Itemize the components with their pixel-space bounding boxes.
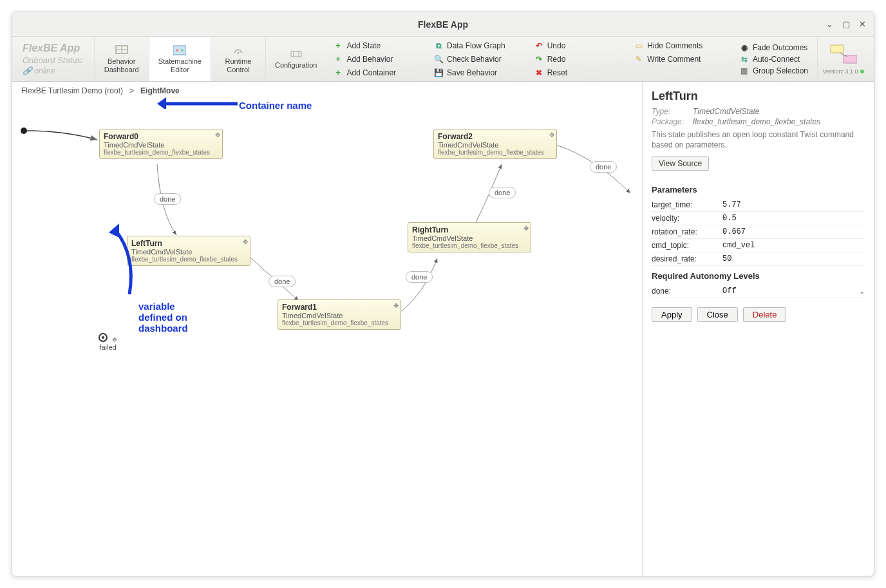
breadcrumb-root[interactable]: FlexBE Turtlesim Demo (root)	[19, 86, 126, 96]
main-area: FlexBE Turtlesim Demo (root) > EightMove	[12, 82, 874, 576]
graph-icon: ⧉	[434, 41, 443, 50]
toolbar: FlexBE App Onboard Status: 🔗 online Beha…	[12, 37, 874, 82]
move-icon[interactable]: ✥	[523, 225, 529, 232]
param-rotation-rate[interactable]: rotation_rate:0.667	[652, 225, 865, 239]
onboard-status-label: Onboard Status:	[23, 55, 84, 65]
save-icon: 💾	[434, 68, 443, 77]
param-cmd-topic[interactable]: cmd_topic:cmd_vel	[652, 239, 865, 252]
title-bar: FlexBE App ⌄ ▢ ✕	[12, 12, 874, 37]
outcome-done[interactable]: done	[269, 276, 296, 287]
param-velocity[interactable]: velocity:0.5	[652, 212, 865, 225]
outcome-done[interactable]: done	[154, 193, 181, 205]
app-window: FlexBE App ⌄ ▢ ✕ FlexBE App Onboard Stat…	[12, 12, 874, 576]
search-icon: 🔍	[434, 55, 443, 64]
tab-label: Runtime Control	[225, 57, 251, 74]
view-source-button[interactable]: View Source	[652, 156, 709, 171]
toolbar-minimap: Version: 3.1.0	[817, 37, 869, 81]
maximize-icon[interactable]: ▢	[842, 19, 850, 29]
move-icon[interactable]: ✥	[215, 131, 220, 138]
redo-button[interactable]: ↷Redo	[532, 53, 626, 65]
runtime-icon	[232, 44, 245, 55]
configuration-icon	[290, 48, 303, 59]
plus-icon: ＋	[334, 55, 343, 64]
breadcrumb-current[interactable]: EightMove	[138, 86, 182, 96]
state-forward2[interactable]: ✥ Forward2 TimedCmdVelState flexbe_turtl…	[433, 129, 557, 159]
move-icon[interactable]: ✥	[393, 302, 399, 309]
auto-connect-button[interactable]: ⇆Auto-Connect	[737, 54, 811, 64]
svg-point-6	[237, 52, 239, 53]
group-icon: ▦	[740, 66, 749, 75]
add-behavior-button[interactable]: ＋Add Behavior	[331, 53, 425, 65]
dashboard-icon	[115, 44, 128, 55]
breadcrumb: FlexBE Turtlesim Demo (root) > EightMove	[12, 82, 642, 100]
toolbar-options: ◉Fade Outcomes ⇆Auto-Connect ▦Group Sele…	[731, 37, 817, 81]
move-icon[interactable]: ✥	[243, 238, 248, 245]
panel-package: Package:flexbe_turtlesim_demo_flexbe_sta…	[652, 117, 865, 126]
tab-configuration[interactable]: Configuration	[265, 37, 326, 81]
state-forward1[interactable]: ✥ Forward1 TimedCmdVelState flexbe_turtl…	[278, 299, 401, 330]
minimize-icon[interactable]: ⌄	[826, 19, 833, 29]
reset-button[interactable]: ✖Reset	[532, 66, 626, 79]
minimap-icon	[828, 44, 859, 67]
close-icon[interactable]: ✕	[859, 19, 866, 29]
outcome-done[interactable]: done	[590, 161, 617, 173]
tab-runtime-control[interactable]: Runtime Control	[211, 37, 265, 81]
fade-outcomes-toggle[interactable]: ◉Fade Outcomes	[737, 43, 811, 53]
onboard-status-value: 🔗 online	[23, 66, 84, 75]
move-icon[interactable]: ✥	[112, 336, 117, 343]
add-state-button[interactable]: ＋Add State	[331, 39, 425, 52]
data-flow-graph-button[interactable]: ⧉Data Flow Graph	[431, 39, 525, 52]
connect-icon: ⇆	[740, 55, 749, 64]
reset-icon: ✖	[534, 68, 543, 77]
outcome-failed[interactable]: ✥ failed	[99, 333, 117, 351]
panel-buttons: Apply Close Delete	[652, 307, 865, 322]
tab-statemachine-editor[interactable]: Statemachine Editor	[149, 37, 211, 81]
properties-panel: LeftTurn Type:TimedCmdVelState Package:f…	[642, 82, 874, 576]
outcome-done[interactable]: done	[489, 187, 516, 198]
add-container-button[interactable]: ＋Add Container	[331, 66, 425, 79]
undo-button[interactable]: ↶Undo	[532, 39, 626, 52]
statemachine-icon	[173, 44, 186, 55]
failed-label: failed	[99, 343, 117, 351]
state-rightturn[interactable]: ✥ RightTurn TimedCmdVelState flexbe_turt…	[408, 222, 531, 252]
svg-point-4	[176, 49, 178, 52]
hide-comments-button[interactable]: ▭Hide Comments	[632, 39, 726, 52]
group-selection-button[interactable]: ▦Group Selection	[737, 66, 811, 76]
plus-icon: ＋	[334, 68, 343, 77]
tab-label: Statemachine Editor	[158, 57, 202, 74]
close-button[interactable]: Close	[697, 307, 738, 322]
radio-on-icon: ◉	[740, 43, 749, 52]
panel-description: This state publishes an open loop consta…	[652, 130, 865, 150]
state-leftturn[interactable]: ✥ LeftTurn TimedCmdVelState flexbe_turtl…	[127, 236, 250, 266]
write-comment-button[interactable]: ✎Write Comment	[632, 53, 726, 65]
tab-label: Behavior Dashboard	[104, 57, 139, 74]
outcome-done[interactable]: done	[406, 271, 433, 283]
param-target-time[interactable]: target_time:5.77	[652, 198, 865, 212]
save-behavior-button[interactable]: 💾Save Behavior	[431, 66, 525, 79]
version-label: Version: 3.1.0	[822, 68, 863, 75]
tab-behavior-dashboard[interactable]: Behavior Dashboard	[94, 37, 149, 81]
move-icon[interactable]: ✥	[549, 131, 554, 138]
window-controls: ⌄ ▢ ✕	[826, 19, 866, 29]
param-desired-rate[interactable]: desired_rate:50	[652, 252, 865, 266]
panel-title: LeftTurn	[652, 90, 865, 103]
plus-icon: ＋	[334, 41, 343, 50]
delete-button[interactable]: Delete	[743, 307, 787, 322]
app-logo: FlexBE App	[23, 43, 84, 54]
undo-icon: ↶	[534, 41, 543, 50]
outcome-bullet-icon	[99, 333, 108, 342]
state-forward0[interactable]: ✥ Forward0 TimedCmdVelState flexbe_turtl…	[99, 129, 223, 159]
autonomy-done[interactable]: done: Off ⌄	[652, 285, 865, 298]
canvas-area[interactable]: FlexBE Turtlesim Demo (root) > EightMove	[12, 82, 642, 576]
toolbar-actions: ＋Add State ⧉Data Flow Graph ↶Undo ▭Hide …	[326, 37, 731, 81]
apply-button[interactable]: Apply	[652, 307, 692, 322]
chevron-down-icon[interactable]: ⌄	[859, 287, 865, 296]
canvas[interactable]: done done done done done ✥ Forward0 Time…	[12, 100, 642, 576]
svg-rect-3	[173, 46, 186, 55]
svg-point-12	[21, 128, 27, 134]
svg-rect-7	[291, 52, 301, 57]
svg-point-5	[181, 49, 184, 52]
check-behavior-button[interactable]: 🔍Check Behavior	[431, 53, 525, 65]
panel-type: Type:TimedCmdVelState	[652, 107, 865, 116]
svg-rect-10	[831, 45, 844, 53]
